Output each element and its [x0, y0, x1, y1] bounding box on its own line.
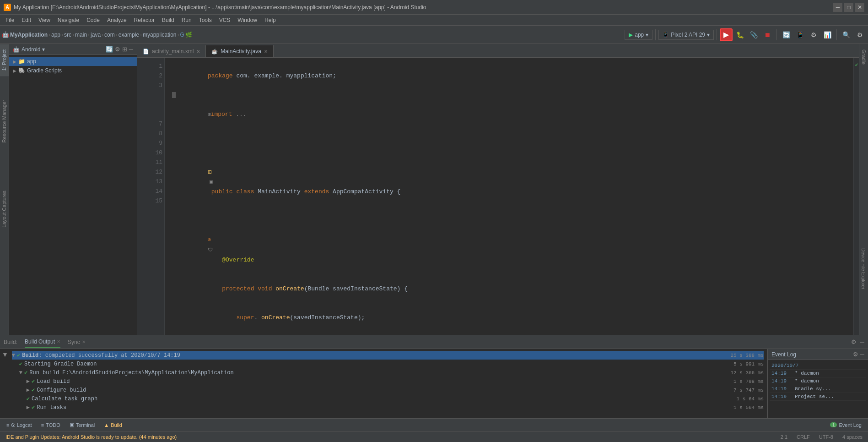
tab-activity-main-xml[interactable]: 📄 activity_main.xml ✕	[137, 45, 206, 57]
event-log-settings-btn[interactable]: ⚙	[853, 351, 858, 358]
build-tool-button[interactable]: ▲ Build	[101, 421, 124, 429]
tab-java-close[interactable]: ✕	[264, 49, 268, 54]
project-expand-icon[interactable]: ⊞	[122, 46, 127, 53]
breadcrumb-example[interactable]: example	[119, 32, 139, 38]
event-row-3: 14:19 * daemon	[770, 377, 866, 385]
code-editor[interactable]: 1 2 3 7 8 9 10 11 12 13 14 15 package co…	[137, 58, 859, 335]
stop-button[interactable]: ⏹	[761, 28, 774, 41]
event-log-minimize-btn[interactable]: ─	[860, 351, 864, 358]
code-line-7: ⊞ ▣ public class MainActivity extends Ap…	[172, 158, 846, 206]
menu-view[interactable]: View	[35, 16, 54, 24]
sync-close[interactable]: ✕	[82, 339, 86, 344]
breadcrumb-myapplication2[interactable]: myapplication	[143, 32, 176, 38]
run-config-selector[interactable]: ▶ app ▾	[625, 30, 652, 40]
menu-build[interactable]: Build	[158, 16, 178, 24]
code-line-9	[172, 216, 846, 225]
settings-button[interactable]: ⚙	[853, 28, 866, 41]
breadcrumb-java[interactable]: java	[91, 32, 101, 38]
code-line-4	[172, 129, 846, 139]
run-tasks-text: Run tasks	[37, 404, 66, 411]
toolbar-sep3	[776, 29, 777, 40]
run-button[interactable]: ▶	[720, 28, 733, 41]
logcat-label: 6: Logcat	[11, 422, 32, 428]
build-row-gradle-daemon[interactable]: ✔ Starting Gradle Daemon 5 s 991 ms	[19, 360, 764, 368]
code-content[interactable]: package com. example. myapplication; ⊞im…	[165, 58, 853, 335]
todo-icon: ≡	[41, 422, 44, 428]
tab-xml-close[interactable]: ✕	[196, 49, 200, 54]
event-log-badge: 1	[830, 422, 837, 427]
build-collapse-arrow[interactable]: ▼	[0, 349, 8, 418]
device-selector[interactable]: 📱 Pixel 2 API 29 ▾	[658, 30, 714, 40]
sidebar-tab-resource[interactable]: Resource Manager	[0, 94, 9, 148]
menu-edit[interactable]: Edit	[18, 16, 35, 24]
event-log-content: 2020/10/7 14:19 * daemon 14:19 * daemon …	[768, 360, 868, 418]
logcat-button[interactable]: ≡ 6: Logcat	[4, 421, 35, 429]
tree-item-app[interactable]: ▶ 📁 app	[9, 57, 137, 66]
menu-help[interactable]: Help	[261, 16, 280, 24]
menu-window[interactable]: Window	[234, 16, 261, 24]
terminal-button[interactable]: ▣ Terminal	[67, 421, 98, 429]
menu-vcs[interactable]: VCS	[216, 16, 234, 24]
title-bar: A My Application [E:\Android\AndroidStud…	[0, 0, 868, 15]
debug-button[interactable]: 🐛	[733, 28, 746, 41]
build-row-calc-graph[interactable]: ✔ Calculate task graph 1 s 64 ms	[27, 394, 764, 403]
event-log-title: Event Log	[771, 351, 796, 358]
menu-run[interactable]: Run	[178, 16, 195, 24]
breadcrumb-app[interactable]: app	[51, 32, 60, 38]
sidebar-tab-project[interactable]: 1: Project	[0, 44, 9, 76]
project-type-chevron[interactable]: ▾	[42, 46, 45, 53]
build-settings-btn[interactable]: ⚙	[851, 338, 857, 345]
project-panel: 🤖 Android ▾ 🔄 ⚙ ⊞ ─ ▶ 📁 app ▶ 🐘 Gradle S…	[9, 44, 137, 335]
build-row-run-tasks[interactable]: ▶ ✔ Run tasks 1 s 564 ms	[27, 403, 764, 412]
breadcrumb-com[interactable]: com	[104, 32, 115, 38]
project-cog-icon[interactable]: ⚙	[115, 46, 120, 53]
event-log-tool-button[interactable]: 1 Event Log	[827, 421, 864, 429]
menu-file[interactable]: File	[2, 16, 18, 24]
tab-mainactivity-java[interactable]: ☕ MainActivity.java ✕	[206, 45, 273, 57]
code-line-5	[172, 139, 846, 148]
build-minimize-btn[interactable]: ─	[860, 338, 864, 345]
configure-build-icon: ✔	[32, 387, 35, 393]
menu-code[interactable]: Code	[83, 16, 103, 24]
project-sync-icon[interactable]: 🔄	[106, 46, 113, 53]
menu-navigate[interactable]: Navigate	[54, 16, 83, 24]
sync-button[interactable]: 🔄	[780, 28, 793, 41]
minimize-button[interactable]: ─	[833, 3, 842, 12]
app-icon: A	[4, 4, 11, 11]
breadcrumb-main[interactable]: main	[75, 32, 87, 38]
attach-button[interactable]: 📎	[747, 28, 760, 41]
right-tab-gradle[interactable]: Gradle	[859, 44, 868, 70]
bottom-tab-sync[interactable]: Sync ✕	[68, 337, 86, 347]
avd-button[interactable]: 📱	[793, 28, 806, 41]
gradle-daemon-icon: ✔	[19, 360, 22, 367]
project-panel-header: 🤖 Android ▾ 🔄 ⚙ ⊞ ─	[9, 44, 137, 55]
sidebar-tab-layout[interactable]: Layout Captures	[0, 185, 9, 233]
java-file-icon: ☕	[211, 49, 218, 55]
build-output-close[interactable]: ✕	[57, 339, 60, 344]
android-icon: 🤖	[13, 46, 20, 53]
left-sidebar-tabs: 1: Project Resource Manager Layout Captu…	[0, 44, 9, 335]
sdk-button[interactable]: ⚙	[807, 28, 820, 41]
menu-analyze[interactable]: Analyze	[103, 16, 130, 24]
build-row-run-build[interactable]: ▼ ✔ Run build E:\AndroidStudioProjects\M…	[19, 368, 764, 377]
profile-button[interactable]: 📊	[821, 28, 834, 41]
todo-button[interactable]: ≡ TODO	[38, 421, 63, 429]
maximize-button[interactable]: □	[844, 3, 853, 12]
breadcrumb-myapplication[interactable]: MyApplication	[10, 32, 48, 38]
git-icon: G	[180, 32, 184, 38]
line-numbers: 1 2 3 7 8 9 10 11 12 13 14 15	[146, 58, 165, 335]
project-minimize-icon[interactable]: ─	[129, 46, 133, 53]
tree-arrow-gradle: ▶	[13, 68, 16, 73]
build-row-completed[interactable]: ▼ ✔ Build: completed successfully at 202…	[12, 351, 764, 360]
event-row-5: 14:19 Project se...	[770, 393, 866, 401]
editor-tab-bar: 📄 activity_main.xml ✕ ☕ MainActivity.jav…	[137, 44, 859, 58]
menu-tools[interactable]: Tools	[195, 16, 216, 24]
bottom-tab-build-output[interactable]: Build Output ✕	[25, 337, 60, 348]
breadcrumb-src[interactable]: src	[64, 32, 71, 38]
build-row-load-build[interactable]: ▶ ✔ Load build 1 s 798 ms	[27, 377, 764, 386]
menu-refactor[interactable]: Refactor	[130, 16, 158, 24]
build-row-configure-build[interactable]: ▶ ✔ Configure build 7 s 747 ms	[27, 386, 764, 394]
tree-item-gradle[interactable]: ▶ 🐘 Gradle Scripts	[9, 66, 137, 75]
close-button[interactable]: ✕	[855, 3, 864, 12]
search-everywhere-button[interactable]: 🔍	[840, 28, 852, 41]
